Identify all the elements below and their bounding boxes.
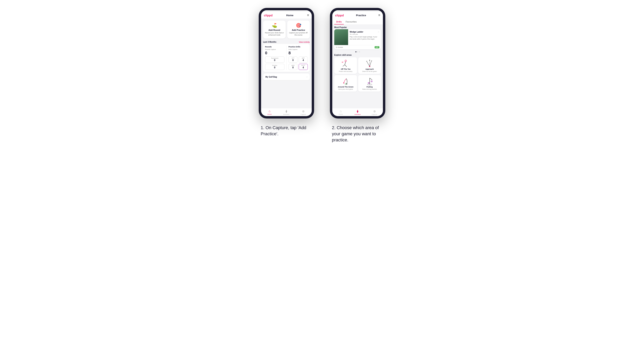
drills-col: Practice Drills Drills Capture 8 OTT 0 [288, 46, 308, 70]
nav-activities-label: Activities [283, 114, 290, 115]
tab-favourites[interactable]: Favourites [344, 20, 359, 24]
clock-icon: ◷ [336, 46, 337, 48]
rounds-capture-val: 0 [265, 51, 284, 55]
add-practice-desc: Capture your practice off-the-course [289, 32, 308, 36]
nav-capture[interactable]: ⊕ Capture [295, 109, 312, 115]
rounds-capture-label: Rounds Capture [265, 49, 284, 50]
nav-home-label: Home [268, 113, 272, 115]
putting-icon [365, 77, 374, 86]
off-the-tee-icon [341, 59, 351, 68]
app-badge: APP [374, 46, 379, 48]
ott-label: OTT [290, 57, 297, 59]
app-box: APP 4 [299, 56, 308, 63]
practice-box: Practice 0 [265, 64, 284, 70]
capture-icon: ⊕ [302, 109, 304, 113]
nav2-home[interactable]: ⌂ Home [332, 109, 349, 115]
add-round-card[interactable]: ⛳ Add Round Record your shots fast or en… [263, 20, 286, 38]
nav-activities[interactable]: ⧫ Activities [278, 109, 295, 115]
stats-row: Rounds Rounds Capture 0 Tournament 0 [265, 46, 308, 70]
add-practice-card[interactable]: 🎯 Add Practice Capture your practice off… [287, 20, 310, 38]
svg-point-8 [371, 60, 372, 61]
add-practice-title: Add Practice [292, 29, 305, 31]
app-label: APP [300, 57, 307, 59]
phone2-frame: clippd Practice ≡ Drills Favourites M [330, 8, 385, 119]
add-round-desc: Record your shots fast or enhanced mode [265, 32, 284, 36]
off-the-tee-name: Off The Tee [341, 68, 350, 70]
nav2-capture-label: Capture [372, 114, 377, 115]
approach-icon [365, 59, 374, 68]
around-the-green-desc: Hone your short game [338, 88, 353, 90]
putt-label: PUTT [300, 65, 307, 66]
practice-sub-row: Practice 0 [265, 64, 284, 70]
tab-bar: Drills Favourites [332, 18, 383, 25]
skill-approach[interactable]: Approach Dial-in to hit the green [358, 57, 381, 74]
clippd-logo: clippd [264, 14, 272, 17]
svg-point-12 [346, 84, 347, 85]
phone2-section: clippd Practice ≡ Drills Favourites M [330, 8, 385, 143]
golf-bag-label: My Golf Bag [266, 76, 277, 78]
svg-point-0 [345, 60, 346, 62]
action-cards: ⛳ Add Round Record your shots fast or en… [261, 18, 312, 40]
shots-label: ◷ 9 shots [336, 46, 343, 48]
status-bar [261, 10, 312, 12]
add-round-title: Add Round [268, 29, 280, 31]
nav2-activities-label: Activities [354, 114, 361, 115]
dot-3 [359, 51, 360, 52]
menu-icon-2[interactable]: ≡ [378, 13, 380, 17]
phone1-screen: clippd Home ≡ ⛳ Add Round Record your sh… [261, 10, 312, 116]
rounds-sub-row: Tournament 0 [265, 56, 284, 63]
header-title-2: Practice [356, 14, 366, 17]
svg-line-15 [370, 78, 372, 80]
activities-icon-2: ⧫ [357, 109, 358, 113]
skill-around-the-green[interactable]: Around The Green Hone your short game [334, 75, 357, 92]
svg-point-17 [368, 82, 369, 84]
svg-line-3 [345, 65, 347, 67]
featured-title-row: Wedge Ladder ☆ [350, 31, 379, 33]
featured-card[interactable]: Wedge Ladder ☆ 50–100 yds Play 1 shot at… [334, 29, 381, 49]
status-bar-2 [332, 10, 383, 12]
putting-desc: Make and lag practice [362, 88, 377, 90]
arg-box: ARG 0 [288, 64, 298, 70]
home-icon-2: ⌂ [340, 109, 342, 113]
ott-app-row: OTT 0 APP 4 [288, 56, 308, 63]
view-activity-link[interactable]: View Activity [299, 41, 310, 43]
svg-point-9 [369, 60, 370, 61]
featured-footer: ◷ 9 shots APP [334, 45, 381, 49]
nav2-capture[interactable]: ⊕ Capture [366, 109, 383, 115]
svg-point-11 [343, 83, 344, 84]
phone1-frame: clippd Home ≡ ⛳ Add Round Record your sh… [259, 8, 314, 119]
nav-capture-label: Capture [300, 114, 306, 115]
featured-desc: Play 1 shot at each target yardage. If y… [350, 36, 379, 40]
svg-line-2 [343, 65, 345, 66]
dot-2 [357, 51, 358, 52]
phone1-bottom-nav: ⌂ Home ⧫ Activities ⊕ Capture [261, 108, 312, 116]
drills-title: Practice Drills [288, 46, 308, 48]
dot-1 [356, 51, 356, 52]
nav2-activities[interactable]: ⧫ Activities [349, 109, 366, 115]
golf-bag-row[interactable]: My Golf Bag › [263, 73, 310, 80]
approach-desc: Dial-in to hit the green [362, 70, 377, 72]
header-title: Home [286, 14, 293, 17]
skill-off-the-tee[interactable]: Off The Tee Power and accuracy [334, 57, 357, 74]
skill-grid: Off The Tee Power and accuracy [332, 57, 383, 93]
drills-capture-val: 8 [288, 51, 308, 55]
nav2-home-label: Home [338, 113, 343, 115]
featured-image [334, 29, 348, 45]
star-icon[interactable]: ☆ [378, 31, 379, 33]
arg-putt-row: ARG 0 PUTT 4 [288, 64, 308, 70]
tab-drills[interactable]: Drills [334, 20, 344, 24]
tournament-box: Tournament 0 [265, 56, 284, 63]
caption1: 1. On Capture, tap 'Add Practice'. [261, 125, 312, 137]
app-header-2: clippd Practice ≡ [332, 12, 383, 18]
nav-home[interactable]: ⌂ Home [261, 109, 278, 115]
ott-val: 0 [290, 59, 297, 62]
skill-putting[interactable]: Putting Make and lag practice [358, 75, 381, 92]
app-val: 4 [300, 59, 307, 62]
around-the-green-name: Around The Green [338, 86, 354, 88]
explore-label: Explore skill areas [332, 53, 383, 57]
off-the-tee-desc: Power and accuracy [339, 70, 352, 72]
app-header: clippd Home ≡ [261, 12, 312, 18]
phone1-section: clippd Home ≡ ⛳ Add Round Record your sh… [259, 8, 314, 137]
menu-icon[interactable]: ≡ [307, 13, 309, 17]
arg-val: 0 [290, 66, 297, 69]
